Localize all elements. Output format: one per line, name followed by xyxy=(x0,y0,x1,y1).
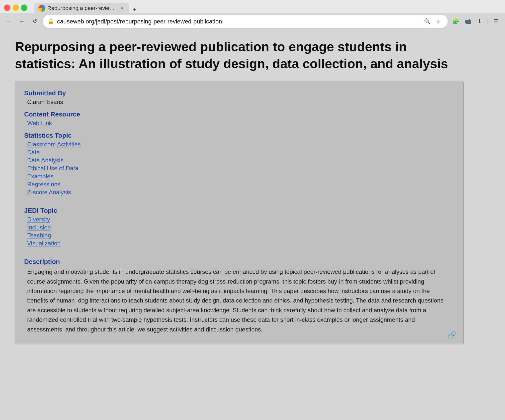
tab-bar: Repurposing a peer-reviewed ✕ + xyxy=(30,3,143,14)
address-actions: 🔍 ☆ xyxy=(423,17,443,26)
address-bar-row: ← → ↺ 🔒 causeweb.org/jedi/post/repurposi… xyxy=(0,13,505,31)
maximize-window-button[interactable] xyxy=(21,4,27,11)
statistics-topics-list: Classroom ActivitiesDataData AnalysisEth… xyxy=(24,141,454,196)
browser-actions: 🧩 📹 ⬇ ☰ xyxy=(451,16,501,26)
statistics-topic-link[interactable]: Data xyxy=(24,149,454,156)
address-bar[interactable]: 🔒 causeweb.org/jedi/post/repurposing-pee… xyxy=(43,15,448,28)
forward-button[interactable]: → xyxy=(17,16,27,26)
statistics-topic-link[interactable]: Classroom Activities xyxy=(24,141,454,148)
jedi-topic-link[interactable]: Inclusion xyxy=(24,224,454,231)
description-text: Engaging and motivating students in unde… xyxy=(24,267,448,334)
tab-title: Repurposing a peer-reviewed xyxy=(47,5,117,11)
page-title: Repurposing a peer-reviewed publication … xyxy=(15,38,464,72)
description-label: Description xyxy=(24,258,454,266)
refresh-button[interactable]: ↺ xyxy=(30,16,40,26)
close-window-button[interactable] xyxy=(4,4,10,11)
content-resource-link[interactable]: Web Link xyxy=(24,120,454,127)
info-box: Submitted By Ciaran Evans Content Resour… xyxy=(15,81,464,344)
jedi-topic-label: JEDI Topic xyxy=(24,207,454,214)
spacer2 xyxy=(24,248,454,253)
security-icon: 🔒 xyxy=(48,18,54,24)
jedi-topic-link[interactable]: Diversity xyxy=(24,216,454,223)
url-text: causeweb.org/jedi/post/repurposing-peer-… xyxy=(57,18,420,25)
content-resource-label: Content Resource xyxy=(24,110,454,118)
jedi-topic-link[interactable]: Visualization xyxy=(24,240,454,247)
active-tab[interactable]: Repurposing a peer-reviewed ✕ xyxy=(34,3,129,14)
minimize-window-button[interactable] xyxy=(12,4,19,11)
submitted-by-value: Ciaran Evans xyxy=(24,99,454,105)
new-tab-button[interactable]: + xyxy=(130,5,139,14)
statistics-topic-link[interactable]: Regressions xyxy=(24,181,454,188)
window-controls xyxy=(4,4,27,11)
statistics-topic-link[interactable]: Ethical Use of Data xyxy=(24,165,454,172)
statistics-topic-label: Statistics Topic xyxy=(24,132,454,139)
extensions-icon[interactable]: 🧩 xyxy=(451,16,461,26)
tab-favicon-icon xyxy=(38,5,45,12)
statistics-topic-link[interactable]: Data Analysis xyxy=(24,157,454,164)
search-icon[interactable]: 🔍 xyxy=(423,17,432,26)
close-tab-button[interactable]: ✕ xyxy=(119,5,125,11)
browser-chrome: Repurposing a peer-reviewed ✕ + ← → ↺ 🔒 … xyxy=(0,0,505,31)
page-content: Repurposing a peer-reviewed publication … xyxy=(0,31,505,359)
jedi-topic-link[interactable]: Teaching xyxy=(24,232,454,239)
title-bar: Repurposing a peer-reviewed ✕ + xyxy=(0,0,505,13)
video-call-icon[interactable]: 📹 xyxy=(463,16,473,26)
jedi-topics-list: DiversityInclusionTeachingVisualization xyxy=(24,216,454,247)
statistics-topic-link[interactable]: Z-score Analysis xyxy=(24,189,454,196)
spacer xyxy=(24,197,454,202)
statistics-topic-link[interactable]: Examples xyxy=(24,173,454,180)
divider xyxy=(488,18,488,25)
bookmark-icon[interactable]: ☆ xyxy=(434,17,443,26)
submitted-by-label: Submitted By xyxy=(24,89,454,97)
downloads-icon[interactable]: ⬇ xyxy=(475,16,485,26)
menu-icon[interactable]: ☰ xyxy=(491,16,501,26)
back-button[interactable]: ← xyxy=(4,16,14,26)
link-icon[interactable]: 🔗 xyxy=(447,330,456,339)
